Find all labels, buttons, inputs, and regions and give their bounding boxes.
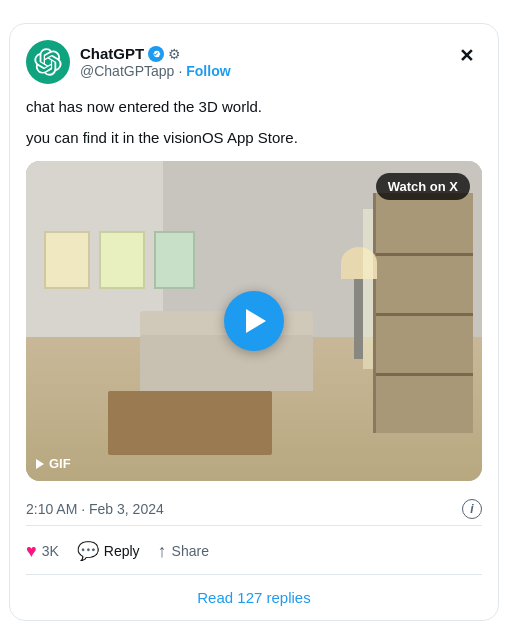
sofa — [140, 334, 313, 392]
actions-row: ♥ 3K 💬 Reply ↑ Share — [26, 536, 482, 575]
artwork-1 — [44, 231, 90, 289]
window-light — [363, 209, 372, 369]
coffee-table — [108, 391, 272, 455]
gif-label: GIF — [36, 456, 71, 471]
tweet-card: ChatGPT ⚙ @ChatGPTapp · Follow ✕ chat ha… — [9, 23, 499, 621]
share-action[interactable]: ↑ Share — [158, 541, 209, 562]
reply-action[interactable]: 💬 Reply — [77, 540, 140, 562]
tweet-line-1: chat has now entered the 3D world. — [26, 96, 482, 119]
share-label: Share — [172, 543, 209, 559]
play-tiny-icon — [36, 459, 44, 469]
settings-dots-icon: ⚙ — [168, 46, 181, 62]
artwork-2 — [99, 231, 145, 289]
handle: @ChatGPTapp — [80, 63, 174, 79]
share-icon: ↑ — [158, 541, 167, 562]
play-triangle-icon — [246, 309, 266, 333]
heart-action[interactable]: ♥ 3K — [26, 541, 59, 562]
timestamp-row: 2:10 AM · Feb 3, 2024 i — [26, 493, 482, 526]
reply-bubble-icon: 💬 — [77, 540, 99, 562]
media-container[interactable]: Watch on X GIF — [26, 161, 482, 481]
read-replies-button[interactable]: Read 127 replies — [26, 575, 482, 620]
timestamp: 2:10 AM · Feb 3, 2024 — [26, 501, 164, 517]
info-icon[interactable]: i — [462, 499, 482, 519]
play-button[interactable] — [224, 291, 284, 351]
lamp-post — [354, 279, 363, 359]
follow-button[interactable]: Follow — [186, 63, 230, 79]
account-header-left: ChatGPT ⚙ @ChatGPTapp · Follow — [26, 40, 231, 84]
close-button[interactable]: ✕ — [450, 40, 482, 72]
heart-count: 3K — [42, 543, 59, 559]
tweet-text: chat has now entered the 3D world. you c… — [26, 96, 482, 149]
separator: · — [178, 63, 182, 79]
handle-row: @ChatGPTapp · Follow — [80, 63, 231, 79]
watch-on-x-badge[interactable]: Watch on X — [376, 173, 470, 200]
tweet-header: ChatGPT ⚙ @ChatGPTapp · Follow ✕ — [26, 40, 482, 84]
verified-badge-icon — [148, 46, 164, 62]
display-name: ChatGPT — [80, 45, 144, 62]
gif-text: GIF — [49, 456, 71, 471]
tweet-line-2: you can find it in the visionOS App Stor… — [26, 127, 482, 150]
artwork-3 — [154, 231, 195, 289]
bookshelf — [373, 193, 473, 433]
reply-label: Reply — [104, 543, 140, 559]
name-row: ChatGPT ⚙ — [80, 45, 231, 62]
heart-icon: ♥ — [26, 541, 37, 562]
account-info: ChatGPT ⚙ @ChatGPTapp · Follow — [80, 45, 231, 79]
avatar[interactable] — [26, 40, 70, 84]
